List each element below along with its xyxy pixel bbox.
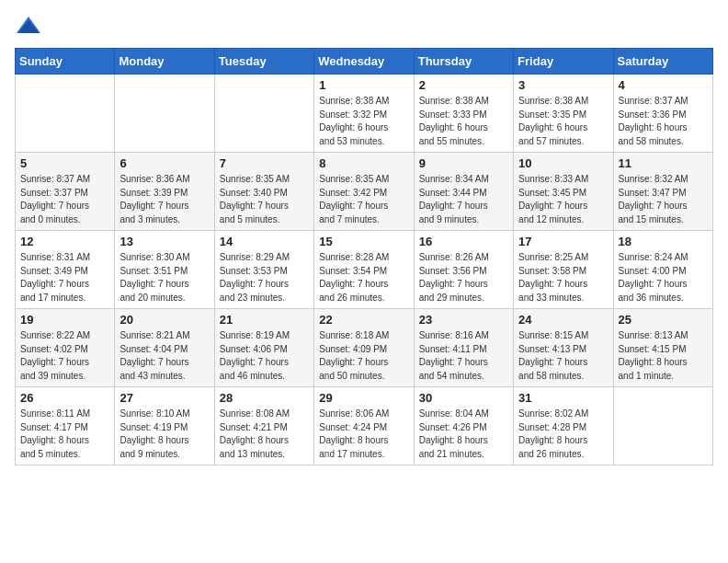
- calendar-cell: 16Sunrise: 8:26 AM Sunset: 3:56 PM Dayli…: [414, 231, 513, 309]
- calendar-cell: 24Sunrise: 8:15 AM Sunset: 4:13 PM Dayli…: [514, 309, 613, 387]
- day-info: Sunrise: 8:18 AM Sunset: 4:09 PM Dayligh…: [319, 329, 408, 383]
- calendar-cell: 4Sunrise: 8:37 AM Sunset: 3:36 PM Daylig…: [613, 75, 712, 153]
- day-info: Sunrise: 8:35 AM Sunset: 3:42 PM Dayligh…: [319, 173, 408, 226]
- day-number: 25: [619, 313, 708, 327]
- calendar-cell: 28Sunrise: 8:08 AM Sunset: 4:21 PM Dayli…: [214, 387, 313, 465]
- day-number: 14: [220, 235, 309, 248]
- day-number: 22: [319, 313, 408, 327]
- calendar-cell: 1Sunrise: 8:38 AM Sunset: 3:32 PM Daylig…: [314, 75, 414, 153]
- day-number: 19: [20, 313, 109, 327]
- calendar-cell: 21Sunrise: 8:19 AM Sunset: 4:06 PM Dayli…: [214, 309, 313, 387]
- day-info: Sunrise: 8:06 AM Sunset: 4:24 PM Dayligh…: [319, 408, 408, 461]
- day-number: 29: [319, 391, 408, 405]
- day-info: Sunrise: 8:11 AM Sunset: 4:17 PM Dayligh…: [20, 408, 109, 461]
- column-header-sunday: Sunday: [16, 49, 115, 75]
- day-info: Sunrise: 8:30 AM Sunset: 3:51 PM Dayligh…: [119, 251, 209, 304]
- day-info: Sunrise: 8:35 AM Sunset: 3:40 PM Dayligh…: [220, 173, 309, 226]
- calendar-week-2: 5Sunrise: 8:37 AM Sunset: 3:37 PM Daylig…: [16, 153, 713, 231]
- day-number: 17: [518, 235, 608, 248]
- day-number: 8: [319, 156, 408, 170]
- day-number: 7: [220, 156, 309, 170]
- calendar-cell: 17Sunrise: 8:25 AM Sunset: 3:58 PM Dayli…: [514, 231, 613, 309]
- page-header: [15, 15, 713, 37]
- day-info: Sunrise: 8:28 AM Sunset: 3:54 PM Dayligh…: [319, 251, 408, 304]
- day-number: 15: [319, 235, 408, 248]
- calendar-cell: 11Sunrise: 8:32 AM Sunset: 3:47 PM Dayli…: [613, 153, 712, 231]
- column-header-thursday: Thursday: [414, 49, 513, 75]
- calendar-cell: 12Sunrise: 8:31 AM Sunset: 3:49 PM Dayli…: [16, 231, 115, 309]
- day-number: 10: [518, 156, 608, 170]
- day-number: 27: [119, 391, 209, 405]
- day-info: Sunrise: 8:33 AM Sunset: 3:45 PM Dayligh…: [518, 173, 608, 226]
- day-info: Sunrise: 8:22 AM Sunset: 4:02 PM Dayligh…: [20, 329, 109, 383]
- calendar-cell: 19Sunrise: 8:22 AM Sunset: 4:02 PM Dayli…: [16, 309, 115, 387]
- day-number: 26: [20, 391, 109, 405]
- day-info: Sunrise: 8:36 AM Sunset: 3:39 PM Dayligh…: [119, 173, 209, 226]
- calendar-cell: 31Sunrise: 8:02 AM Sunset: 4:28 PM Dayli…: [514, 387, 613, 465]
- calendar-cell: 14Sunrise: 8:29 AM Sunset: 3:53 PM Dayli…: [214, 231, 313, 309]
- calendar-cell: 20Sunrise: 8:21 AM Sunset: 4:04 PM Dayli…: [115, 309, 214, 387]
- day-info: Sunrise: 8:38 AM Sunset: 3:32 PM Dayligh…: [319, 95, 408, 148]
- day-number: 30: [419, 391, 508, 405]
- calendar-week-1: 1Sunrise: 8:38 AM Sunset: 3:32 PM Daylig…: [16, 75, 713, 153]
- calendar-cell: 13Sunrise: 8:30 AM Sunset: 3:51 PM Dayli…: [115, 231, 214, 309]
- day-info: Sunrise: 8:04 AM Sunset: 4:26 PM Dayligh…: [419, 408, 508, 461]
- day-info: Sunrise: 8:19 AM Sunset: 4:06 PM Dayligh…: [220, 329, 309, 383]
- calendar-week-4: 19Sunrise: 8:22 AM Sunset: 4:02 PM Dayli…: [16, 309, 713, 387]
- day-number: 11: [619, 156, 708, 170]
- day-number: 23: [419, 313, 508, 327]
- day-number: 1: [319, 78, 408, 92]
- column-header-monday: Monday: [115, 49, 214, 75]
- day-number: 12: [20, 235, 109, 248]
- day-number: 2: [419, 78, 508, 92]
- day-info: Sunrise: 8:38 AM Sunset: 3:33 PM Dayligh…: [419, 95, 508, 148]
- day-info: Sunrise: 8:24 AM Sunset: 4:00 PM Dayligh…: [619, 251, 708, 304]
- logo-icon: [15, 15, 42, 37]
- day-info: Sunrise: 8:21 AM Sunset: 4:04 PM Dayligh…: [119, 329, 209, 383]
- calendar-cell: 10Sunrise: 8:33 AM Sunset: 3:45 PM Dayli…: [514, 153, 613, 231]
- day-info: Sunrise: 8:15 AM Sunset: 4:13 PM Dayligh…: [518, 329, 608, 383]
- calendar-cell: 7Sunrise: 8:35 AM Sunset: 3:40 PM Daylig…: [214, 153, 313, 231]
- day-info: Sunrise: 8:10 AM Sunset: 4:19 PM Dayligh…: [119, 408, 209, 461]
- calendar-week-3: 12Sunrise: 8:31 AM Sunset: 3:49 PM Dayli…: [16, 231, 713, 309]
- day-number: 9: [419, 156, 508, 170]
- day-info: Sunrise: 8:13 AM Sunset: 4:15 PM Dayligh…: [619, 329, 708, 383]
- day-info: Sunrise: 8:08 AM Sunset: 4:21 PM Dayligh…: [220, 408, 309, 461]
- day-info: Sunrise: 8:25 AM Sunset: 3:58 PM Dayligh…: [518, 251, 608, 304]
- day-number: 3: [518, 78, 608, 92]
- column-header-tuesday: Tuesday: [214, 49, 313, 75]
- day-number: 20: [119, 313, 209, 327]
- day-info: Sunrise: 8:02 AM Sunset: 4:28 PM Dayligh…: [518, 408, 608, 461]
- calendar-table: SundayMondayTuesdayWednesdayThursdayFrid…: [15, 48, 713, 465]
- day-number: 4: [619, 78, 708, 92]
- calendar-cell: 29Sunrise: 8:06 AM Sunset: 4:24 PM Dayli…: [314, 387, 414, 465]
- calendar-cell: 9Sunrise: 8:34 AM Sunset: 3:44 PM Daylig…: [414, 153, 513, 231]
- day-number: 13: [119, 235, 209, 248]
- day-info: Sunrise: 8:29 AM Sunset: 3:53 PM Dayligh…: [220, 251, 309, 304]
- day-number: 18: [619, 235, 708, 248]
- calendar-cell: 5Sunrise: 8:37 AM Sunset: 3:37 PM Daylig…: [16, 153, 115, 231]
- day-number: 5: [20, 156, 109, 170]
- day-number: 24: [518, 313, 608, 327]
- calendar-cell: 15Sunrise: 8:28 AM Sunset: 3:54 PM Dayli…: [314, 231, 414, 309]
- calendar-cell: [613, 387, 712, 465]
- header-row: SundayMondayTuesdayWednesdayThursdayFrid…: [16, 49, 713, 75]
- day-number: 21: [220, 313, 309, 327]
- calendar-cell: 30Sunrise: 8:04 AM Sunset: 4:26 PM Dayli…: [414, 387, 513, 465]
- column-header-wednesday: Wednesday: [314, 49, 414, 75]
- calendar-cell: 18Sunrise: 8:24 AM Sunset: 4:00 PM Dayli…: [613, 231, 712, 309]
- calendar-week-5: 26Sunrise: 8:11 AM Sunset: 4:17 PM Dayli…: [16, 387, 713, 465]
- day-info: Sunrise: 8:37 AM Sunset: 3:37 PM Dayligh…: [20, 173, 109, 226]
- column-header-saturday: Saturday: [613, 49, 712, 75]
- day-info: Sunrise: 8:31 AM Sunset: 3:49 PM Dayligh…: [20, 251, 109, 304]
- calendar-cell: 25Sunrise: 8:13 AM Sunset: 4:15 PM Dayli…: [613, 309, 712, 387]
- calendar-cell: 27Sunrise: 8:10 AM Sunset: 4:19 PM Dayli…: [115, 387, 214, 465]
- day-number: 6: [119, 156, 209, 170]
- calendar-cell: [115, 75, 214, 153]
- day-number: 28: [220, 391, 309, 405]
- calendar-cell: 22Sunrise: 8:18 AM Sunset: 4:09 PM Dayli…: [314, 309, 414, 387]
- day-info: Sunrise: 8:34 AM Sunset: 3:44 PM Dayligh…: [419, 173, 508, 226]
- calendar-cell: 26Sunrise: 8:11 AM Sunset: 4:17 PM Dayli…: [16, 387, 115, 465]
- calendar-cell: 3Sunrise: 8:38 AM Sunset: 3:35 PM Daylig…: [514, 75, 613, 153]
- calendar-cell: 8Sunrise: 8:35 AM Sunset: 3:42 PM Daylig…: [314, 153, 414, 231]
